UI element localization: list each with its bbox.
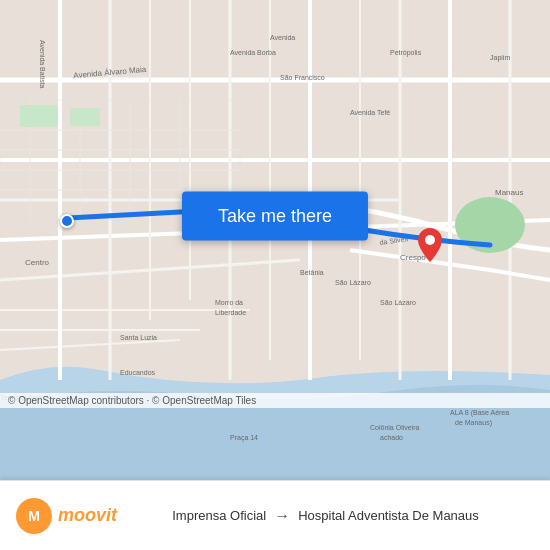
svg-text:Colônia Oliveira: Colônia Oliveira	[370, 424, 420, 431]
svg-text:Liberdade: Liberdade	[215, 309, 246, 316]
svg-text:Educandos: Educandos	[120, 369, 156, 376]
svg-text:Avenida Borba: Avenida Borba	[230, 49, 276, 56]
svg-text:ALA 8 (Base Aérea: ALA 8 (Base Aérea	[450, 409, 509, 417]
svg-text:São Lázaro: São Lázaro	[335, 279, 371, 286]
svg-text:Morro da: Morro da	[215, 299, 243, 306]
copyright-bar: © OpenStreetMap contributors · © OpenStr…	[0, 393, 550, 408]
svg-text:Praça 14: Praça 14	[230, 434, 258, 442]
svg-text:achado: achado	[380, 434, 403, 441]
svg-text:Avenida: Avenida	[270, 34, 295, 41]
moovit-logo: M moovit	[16, 498, 117, 534]
moovit-text-label: moovit	[58, 505, 117, 526]
svg-text:de Manaus): de Manaus)	[455, 419, 492, 427]
svg-text:Japiim: Japiim	[490, 54, 510, 62]
svg-text:Petrópolis: Petrópolis	[390, 49, 422, 57]
svg-text:São Francisco: São Francisco	[280, 74, 325, 81]
origin-label: Imprensa Oficial	[172, 508, 266, 523]
destination-marker	[418, 228, 442, 266]
bottom-bar: M moovit Imprensa Oficial → Hospital Adv…	[0, 480, 550, 550]
moovit-icon: M	[16, 498, 52, 534]
origin-marker	[60, 214, 74, 228]
take-me-there-button[interactable]: Take me there	[182, 192, 368, 241]
svg-point-57	[425, 235, 435, 245]
svg-text:Avenida Tefé: Avenida Tefé	[350, 109, 390, 116]
svg-text:Santa Luzia: Santa Luzia	[120, 334, 157, 341]
svg-rect-30	[70, 108, 100, 126]
svg-text:São Lázaro: São Lázaro	[380, 299, 416, 306]
svg-rect-29	[20, 105, 58, 127]
map-container: Avenida Álvaro Maia Avenida Batista Aven…	[0, 0, 550, 480]
arrow-icon: →	[274, 507, 290, 525]
destination-label: Hospital Adventista De Manaus	[298, 508, 479, 523]
svg-text:Avenida Batista: Avenida Batista	[39, 40, 46, 89]
svg-text:Centro: Centro	[25, 258, 50, 267]
svg-text:Betânia: Betânia	[300, 269, 324, 276]
route-info: Imprensa Oficial → Hospital Adventista D…	[117, 507, 534, 525]
svg-text:Manaus: Manaus	[495, 188, 523, 197]
